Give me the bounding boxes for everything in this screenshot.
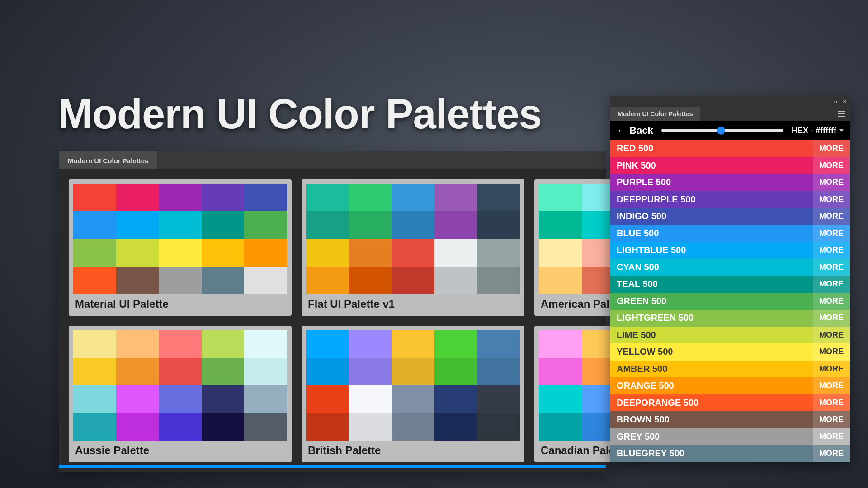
color-row[interactable]: BROWN 500MORE [610,411,850,428]
color-swatch[interactable] [539,184,582,211]
color-row-label[interactable]: BLUE 500 [610,225,813,242]
color-swatch[interactable] [159,413,202,441]
color-row[interactable]: DEEPORANGE 500MORE [610,394,850,412]
color-swatch[interactable] [73,184,116,211]
color-swatch[interactable] [306,358,349,385]
color-swatch[interactable] [159,385,202,413]
color-swatch[interactable] [306,239,349,267]
color-swatch[interactable] [244,239,287,267]
color-swatch[interactable] [73,211,116,239]
color-swatch[interactable] [434,184,477,211]
color-swatch[interactable] [73,385,116,413]
color-swatch[interactable] [159,267,202,294]
more-button[interactable]: MORE [813,394,850,412]
color-row-label[interactable]: CYAN 500 [610,259,813,276]
color-swatch[interactable] [244,211,287,239]
color-swatch[interactable] [477,239,520,267]
color-swatch[interactable] [116,358,159,385]
more-button[interactable]: MORE [813,242,850,259]
color-row-label[interactable]: GREY 500 [610,428,813,446]
color-swatch[interactable] [477,267,520,294]
more-button[interactable]: MORE [813,259,850,276]
palette-card[interactable]: Aussie Palette [69,326,292,462]
color-swatch[interactable] [116,330,159,358]
color-row[interactable]: AMBER 500MORE [610,361,850,378]
color-swatch[interactable] [434,211,477,239]
hex-display[interactable]: HEX - #ffffff [792,126,844,136]
menu-icon[interactable] [838,111,845,117]
color-row-label[interactable]: LIGHTGREEN 500 [610,310,813,327]
color-swatch[interactable] [202,211,245,239]
color-swatch[interactable] [116,385,159,413]
color-swatch[interactable] [159,358,202,385]
color-swatch[interactable] [349,267,392,294]
color-row[interactable]: INDIGO 500MORE [610,208,850,225]
color-swatch[interactable] [392,211,434,239]
color-swatch[interactable] [306,413,349,441]
more-button[interactable]: MORE [813,276,850,293]
more-button[interactable]: MORE [813,157,850,174]
color-swatch[interactable] [159,211,202,239]
more-button[interactable]: MORE [813,293,850,310]
color-row-label[interactable]: TEAL 500 [610,276,813,293]
close-icon[interactable]: ✕ [842,99,847,104]
color-swatch[interactable] [306,330,349,358]
color-row[interactable]: GREY 500MORE [610,428,850,446]
color-swatch[interactable] [349,211,392,239]
color-row-label[interactable]: PURPLE 500 [610,174,813,191]
color-row[interactable]: ORANGE 500MORE [610,377,850,394]
color-swatch[interactable] [349,413,392,441]
color-row-label[interactable]: GREEN 500 [610,293,813,310]
color-swatch[interactable] [539,239,582,267]
color-swatch[interactable] [539,385,582,413]
more-button[interactable]: MORE [813,174,850,191]
color-swatch[interactable] [244,267,287,294]
color-swatch[interactable] [392,413,434,441]
color-swatch[interactable] [202,385,245,413]
color-swatch[interactable] [434,413,477,441]
color-swatch[interactable] [392,358,434,385]
color-swatch[interactable] [539,330,582,358]
color-row-label[interactable]: DEEPORANGE 500 [610,394,813,412]
color-row[interactable]: BLUE 500MORE [610,225,850,242]
more-button[interactable]: MORE [813,445,850,462]
more-button[interactable]: MORE [813,225,850,242]
color-swatch[interactable] [244,184,287,211]
color-row-label[interactable]: LIME 500 [610,327,813,344]
color-row[interactable]: RED 500MORE [610,140,850,157]
palette-card[interactable]: British Palette [302,326,524,462]
color-swatch[interactable] [349,358,392,385]
color-swatch[interactable] [392,239,434,267]
more-button[interactable]: MORE [813,327,850,344]
color-swatch[interactable] [306,385,349,413]
more-button[interactable]: MORE [813,361,850,378]
color-swatch[interactable] [434,358,477,385]
color-row[interactable]: LIGHTBLUE 500MORE [610,242,850,259]
color-swatch[interactable] [73,330,116,358]
color-swatch[interactable] [392,184,434,211]
color-swatch[interactable] [434,385,477,413]
color-swatch[interactable] [306,211,349,239]
color-swatch[interactable] [434,239,477,267]
color-swatch[interactable] [349,239,392,267]
color-swatch[interactable] [244,358,287,385]
color-swatch[interactable] [202,267,245,294]
color-row-label[interactable]: BROWN 500 [610,411,813,428]
color-row-label[interactable]: LIGHTBLUE 500 [610,242,813,259]
color-swatch[interactable] [202,239,245,267]
color-swatch[interactable] [116,211,159,239]
more-button[interactable]: MORE [813,411,850,428]
color-swatch[interactable] [159,330,202,358]
color-swatch[interactable] [477,184,520,211]
color-row[interactable]: TEAL 500MORE [610,276,850,293]
color-swatch[interactable] [392,385,434,413]
more-button[interactable]: MORE [813,191,850,208]
color-swatch[interactable] [202,413,245,441]
color-swatch[interactable] [73,267,116,294]
color-swatch[interactable] [73,358,116,385]
color-swatch[interactable] [349,330,392,358]
more-button[interactable]: MORE [813,343,850,361]
color-swatch[interactable] [159,239,202,267]
scrollbar-horizontal[interactable] [59,465,606,468]
color-row-label[interactable]: DEEPPURPLE 500 [610,191,813,208]
